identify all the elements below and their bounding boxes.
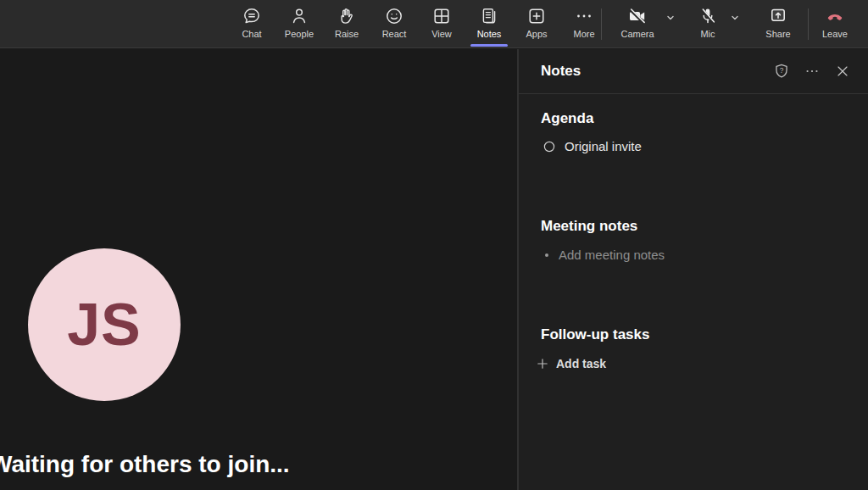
tab-people[interactable]: People — [275, 0, 323, 48]
follow-up-tasks-heading: Follow-up tasks — [541, 326, 649, 343]
toolbar-call-controls: Camera Mic — [601, 0, 861, 48]
chevron-down-icon — [665, 13, 676, 23]
add-task-label: Add task — [556, 357, 606, 370]
tab-label: People — [285, 29, 314, 39]
view-grid-icon — [431, 6, 452, 26]
camera-label: Camera — [620, 29, 654, 39]
chevron-down-icon — [730, 13, 740, 23]
panel-actions: ? — [771, 61, 853, 81]
close-icon[interactable] — [832, 61, 853, 81]
mic-label: Mic — [700, 29, 715, 39]
share-screen-icon — [768, 6, 788, 26]
avatar-initials: JS — [67, 291, 142, 359]
svg-text:?: ? — [780, 67, 784, 75]
mic-muted-icon — [698, 6, 718, 26]
meeting-stage: JS Waiting for others to join... — [0, 49, 517, 490]
panel-title: Notes — [541, 63, 771, 80]
camera-options-chevron[interactable] — [661, 0, 680, 48]
camera-button[interactable]: Camera — [614, 0, 661, 48]
share-button[interactable]: Share — [754, 0, 802, 48]
tab-react[interactable]: React — [370, 0, 418, 48]
spacer — [602, 0, 614, 48]
chat-icon — [242, 6, 262, 26]
avatar: JS — [28, 248, 181, 401]
bullet-icon — [545, 253, 548, 257]
agenda-item[interactable]: Original invite — [542, 139, 642, 153]
tab-view[interactable]: View — [418, 0, 465, 48]
tab-label: Notes — [477, 29, 502, 39]
tab-label: Raise — [335, 29, 359, 39]
tab-label: More — [573, 29, 594, 39]
camera-off-icon — [627, 6, 648, 26]
toolbar-tabs: Chat People Raise — [228, 0, 608, 48]
tab-apps[interactable]: Apps — [513, 0, 560, 48]
people-icon — [289, 6, 309, 26]
agenda-item-label: Original invite — [565, 139, 642, 153]
tab-label: React — [382, 29, 407, 39]
meeting-notes-placeholder: Add meeting notes — [559, 248, 665, 262]
react-smiley-icon — [384, 6, 404, 26]
notes-panel: Notes ? Agenda — [519, 49, 868, 490]
tab-label: Chat — [242, 29, 261, 39]
spacer — [802, 0, 808, 48]
meeting-notes-editor[interactable]: Add meeting notes — [545, 248, 665, 262]
plus-icon — [536, 357, 549, 370]
agenda-heading: Agenda — [541, 110, 593, 127]
spacer — [744, 0, 754, 48]
tab-raise[interactable]: Raise — [323, 0, 370, 48]
privacy-shield-icon[interactable]: ? — [771, 61, 792, 81]
mic-options-chevron[interactable] — [726, 0, 744, 48]
waiting-text: Waiting for others to join... — [0, 451, 290, 478]
more-ellipsis-icon — [574, 6, 594, 26]
notes-panel-header: Notes ? — [519, 49, 868, 94]
mic-button[interactable]: Mic — [690, 0, 726, 48]
more-options-icon[interactable] — [802, 61, 822, 81]
tab-label: View — [431, 29, 452, 39]
share-label: Share — [765, 29, 790, 39]
leave-call-icon — [824, 6, 846, 26]
apps-plus-icon — [526, 6, 547, 26]
meeting-toolbar: Chat People Raise — [0, 0, 868, 48]
leave-button[interactable]: Leave — [809, 0, 861, 48]
tab-notes[interactable]: Notes — [465, 0, 513, 48]
agenda-item-checkbox[interactable] — [542, 140, 556, 153]
leave-label: Leave — [822, 29, 848, 39]
tab-chat[interactable]: Chat — [228, 0, 275, 48]
add-task-button[interactable]: Add task — [536, 357, 606, 370]
tab-label: Apps — [526, 29, 547, 39]
spacer — [680, 0, 690, 48]
raise-hand-icon — [337, 6, 357, 26]
meeting-notes-heading: Meeting notes — [541, 218, 637, 235]
notes-icon — [479, 6, 499, 26]
